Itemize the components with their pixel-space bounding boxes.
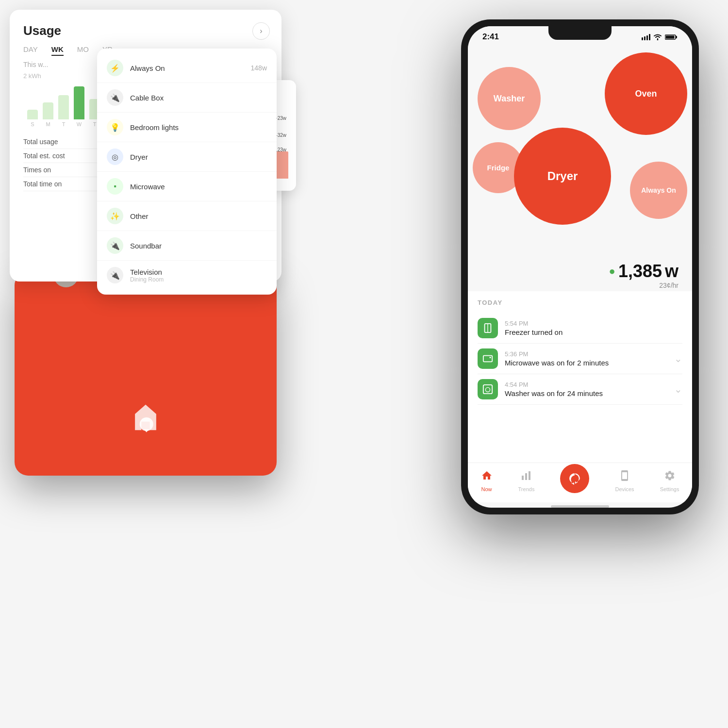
activity-washer[interactable]: 4:54 PM Washer was on for 24 minutes ⌄: [478, 374, 682, 405]
svg-rect-3: [644, 36, 645, 40]
power-reading: ● 1,385w 23¢/hr: [468, 256, 692, 291]
freezer-desc: Freezer turned on: [505, 328, 682, 336]
tab-day[interactable]: DAY: [23, 45, 38, 56]
tab-mo[interactable]: MO: [77, 45, 89, 56]
stat-times-on-label: Times on: [23, 166, 51, 174]
device-microwave[interactable]: ▪ Microwave: [97, 172, 277, 201]
bar-w-label: W: [77, 121, 82, 127]
svg-point-14: [485, 387, 490, 392]
device-bedroom-lights[interactable]: 💡 Bedroom lights: [97, 113, 277, 142]
bar-m-bar: [43, 102, 53, 119]
television-icon: 🔌: [107, 267, 123, 283]
bubble-oven[interactable]: Oven: [605, 52, 687, 135]
washer-chevron[interactable]: ⌄: [674, 383, 682, 395]
bubble-always-on[interactable]: Always On: [630, 162, 687, 219]
svg-marker-1: [144, 430, 149, 432]
power-watts-display: ● 1,385w: [609, 261, 678, 281]
stat-total-time-label: Total time on: [23, 180, 62, 188]
cable-box-icon: 🔌: [107, 89, 123, 106]
wifi-icon: [653, 34, 662, 40]
bubble-dryer[interactable]: Dryer: [514, 128, 611, 225]
power-unit: w: [665, 261, 678, 281]
phone-screen: 2:41: [468, 26, 692, 508]
svg-rect-11: [483, 356, 492, 362]
phone-time: 2:41: [482, 32, 499, 42]
trends-label: Trends: [518, 486, 535, 492]
washer-activity-icon: [478, 379, 498, 399]
device-other[interactable]: ✨ Other: [97, 201, 277, 231]
power-number: 1,385: [618, 261, 662, 281]
svg-rect-2: [642, 37, 643, 40]
phone-status-icons: [642, 34, 678, 40]
stat-total-usage-label: Total usage: [23, 138, 58, 146]
device-always-on[interactable]: ⚡ Always On 148w: [97, 53, 277, 83]
bar-s-label: S: [31, 121, 34, 127]
bubble-always-on-label: Always On: [637, 182, 680, 198]
television-sub: Dining Room: [130, 276, 267, 283]
center-button[interactable]: [560, 464, 589, 493]
activity-microwave[interactable]: 5:36 PM Microwave was on for 2 minutes ⌄: [478, 344, 682, 374]
nav-settings[interactable]: Settings: [660, 470, 679, 492]
power-green-dot: ●: [609, 265, 615, 278]
bubble-area: Washer Oven Fridge Dryer Always On: [468, 48, 692, 256]
nav-now[interactable]: Now: [481, 470, 493, 492]
device-soundbar[interactable]: 🔌 Soundbar: [97, 231, 277, 261]
bar-w: W: [74, 86, 84, 127]
washer-activity-text: 4:54 PM Washer was on for 24 minutes: [505, 381, 667, 397]
svg-point-0: [140, 417, 153, 431]
svg-rect-15: [522, 476, 524, 480]
soundbar-icon: 🔌: [107, 237, 123, 254]
washer-desc: Washer was on for 24 minutes: [505, 389, 667, 397]
nav-devices[interactable]: Devices: [615, 470, 634, 492]
today-title: TODAY: [478, 299, 682, 306]
microwave-activity-icon: [478, 348, 498, 369]
bubble-oven-label: Oven: [635, 89, 657, 99]
always-on-watt: 148w: [251, 64, 267, 72]
graph-bar-7: [275, 151, 288, 179]
settings-icon: [664, 470, 676, 484]
phone-mockup: 2:41: [461, 19, 699, 514]
bubble-washer[interactable]: Washer: [478, 67, 541, 130]
microwave-name: Microwave: [130, 182, 267, 191]
always-on-icon: ⚡: [107, 60, 123, 76]
nav-center[interactable]: [560, 464, 589, 498]
freezer-time: 5:54 PM: [505, 320, 682, 327]
now-label: Now: [481, 486, 492, 492]
bottom-nav: Now Trends Devices: [468, 463, 692, 502]
bubble-fridge-label: Fridge: [487, 164, 510, 172]
tab-wk[interactable]: WK: [51, 45, 64, 56]
home-bar: [551, 505, 609, 508]
svg-rect-13: [483, 385, 492, 394]
cable-box-name: Cable Box: [130, 94, 267, 102]
bar-s-bar: [27, 110, 38, 119]
svg-rect-4: [646, 35, 648, 40]
microwave-chevron[interactable]: ⌄: [674, 353, 682, 364]
bubble-dryer-label: Dryer: [547, 169, 578, 183]
microwave-desc: Microwave was on for 2 minutes: [505, 359, 667, 367]
device-dryer[interactable]: ◎ Dryer: [97, 142, 277, 172]
soundbar-name: Soundbar: [130, 242, 267, 250]
dryer-icon: ◎: [107, 149, 123, 165]
bar-s: S: [27, 110, 38, 127]
device-cable-box[interactable]: 🔌 Cable Box: [97, 83, 277, 113]
svg-rect-16: [525, 473, 527, 480]
devices-icon: [619, 470, 630, 484]
svg-rect-17: [529, 471, 530, 480]
bar-t1-bar: [58, 95, 69, 119]
usage-nav-arrow[interactable]: ›: [252, 22, 270, 40]
activity-freezer[interactable]: 5:54 PM Freezer turned on: [478, 313, 682, 344]
device-television[interactable]: 🔌 Television Dining Room: [97, 261, 277, 290]
washer-time: 4:54 PM: [505, 381, 667, 388]
bar-t1: T: [58, 95, 69, 127]
stat-est-cost-label: Total est. cost: [23, 152, 65, 160]
bar-t2-label: T: [93, 121, 97, 127]
television-name: Television: [130, 268, 267, 276]
device-list-card: ⚡ Always On 148w 🔌 Cable Box 💡 Bedroom l…: [97, 49, 277, 295]
bedroom-lights-icon: 💡: [107, 119, 123, 135]
freezer-icon: [478, 318, 498, 338]
bar-t1-label: T: [62, 121, 66, 127]
battery-icon: [665, 34, 678, 40]
bedroom-lights-name: Bedroom lights: [130, 123, 267, 132]
microwave-icon: ▪: [107, 178, 123, 195]
nav-trends[interactable]: Trends: [518, 470, 535, 492]
